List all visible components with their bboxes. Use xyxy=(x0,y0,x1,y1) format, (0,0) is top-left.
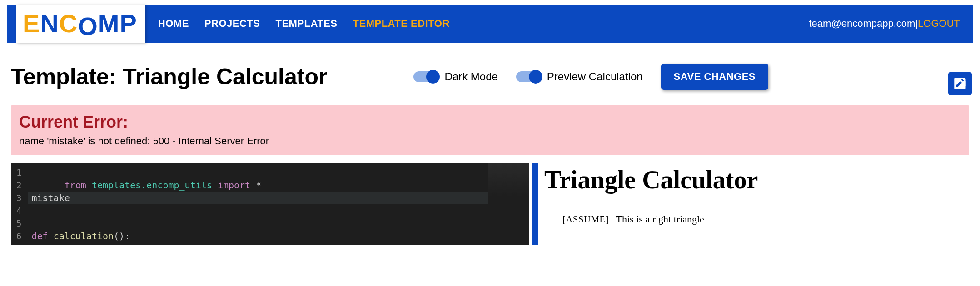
split-divider[interactable] xyxy=(532,163,538,245)
dark-mode-switch[interactable] xyxy=(413,71,438,82)
toolbar: Template: Triangle Calculator Dark Mode … xyxy=(11,64,969,90)
code-area[interactable]: from templates.encomp_utils import * mis… xyxy=(28,163,514,245)
error-banner: Current Error: name 'mistake' is not def… xyxy=(11,105,969,155)
assume-text: This is a right triangle xyxy=(616,213,704,225)
save-button[interactable]: SAVE CHANGES xyxy=(661,64,768,90)
minimap[interactable] xyxy=(488,163,529,245)
preview-title: Triangle Calculator xyxy=(544,165,965,194)
nav-home[interactable]: HOME xyxy=(158,18,189,30)
nav-links: HOME PROJECTS TEMPLATES TEMPLATE EDITOR xyxy=(158,18,450,30)
nav-projects[interactable]: PROJECTS xyxy=(204,18,260,30)
feedback-button[interactable] xyxy=(948,72,972,95)
error-heading: Current Error: xyxy=(19,113,961,132)
user-email: team@encompapp.com xyxy=(809,18,915,30)
logo[interactable]: ENCOMP xyxy=(16,5,145,43)
logo-text: ENCOMP xyxy=(23,11,137,36)
error-message: name 'mistake' is not defined: 500 - Int… xyxy=(19,135,961,147)
preview-pane: Triangle Calculator [ASSUME] This is a r… xyxy=(543,163,969,245)
preview-calc-toggle[interactable]: Preview Calculation xyxy=(516,70,643,83)
nav-template-editor[interactable]: TEMPLATE EDITOR xyxy=(353,18,450,30)
preview-calc-label: Preview Calculation xyxy=(547,70,643,83)
preview-calc-switch[interactable] xyxy=(516,71,541,82)
dark-mode-toggle[interactable]: Dark Mode xyxy=(413,70,497,83)
code-editor[interactable]: 1 2 3 4 5 6 from templates.encomp_utils … xyxy=(11,163,529,245)
logout-link[interactable]: LOGOUT xyxy=(918,18,960,30)
page-title: Template: Triangle Calculator xyxy=(11,64,327,90)
editor-preview-split: 1 2 3 4 5 6 from templates.encomp_utils … xyxy=(11,163,969,245)
nav-templates[interactable]: TEMPLATES xyxy=(275,18,337,30)
line-gutter: 1 2 3 4 5 6 xyxy=(11,163,28,245)
dark-mode-label: Dark Mode xyxy=(444,70,497,83)
assume-tag: [ASSUME] xyxy=(562,214,609,224)
feedback-icon xyxy=(953,77,967,90)
assume-row: [ASSUME] This is a right triangle xyxy=(544,213,965,225)
top-nav: ENCOMP HOME PROJECTS TEMPLATES TEMPLATE … xyxy=(7,5,973,43)
